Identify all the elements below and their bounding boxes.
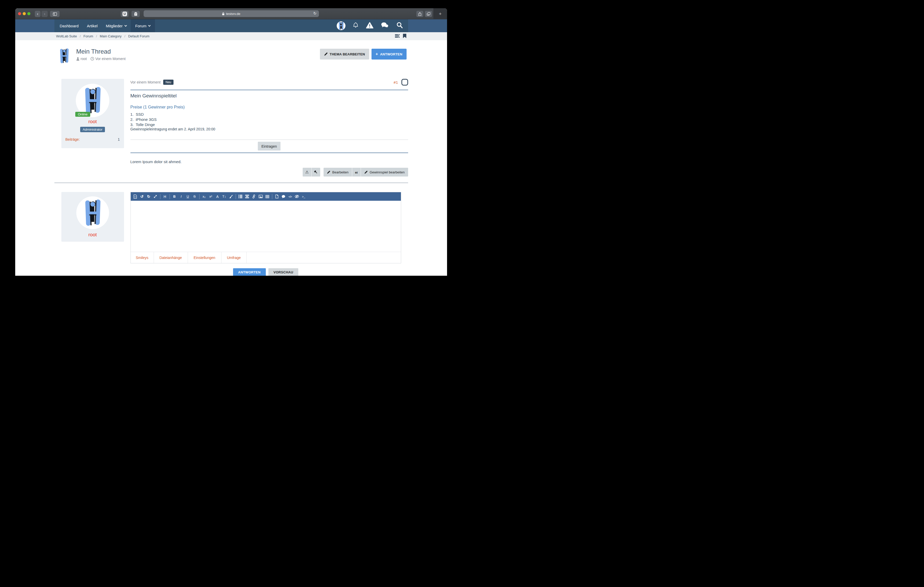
nav-item-mitglieder[interactable]: Mitglieder (102, 19, 131, 32)
avatar-logo-icon (81, 86, 104, 115)
image-button[interactable] (257, 193, 264, 200)
tab-einstellungen[interactable]: Einstellungen (188, 252, 221, 263)
extension-ublock-button[interactable]: U (120, 11, 129, 17)
warning-icon: ⚠ (305, 170, 309, 174)
editor-text-area[interactable] (131, 201, 401, 252)
moderation-button[interactable] (366, 22, 374, 30)
redo-button[interactable]: ↻ (145, 193, 152, 200)
post-number[interactable]: #1 (394, 80, 398, 84)
reply-author-avatar[interactable] (76, 196, 109, 229)
thread-author[interactable]: root (81, 57, 87, 61)
superscript-button[interactable]: x² (208, 193, 214, 200)
reload-icon[interactable]: ↻ (313, 11, 317, 16)
font-size-button[interactable]: T↕ (221, 193, 228, 200)
edit-thread-button[interactable]: THEMA BEARBEITEN (320, 49, 369, 59)
minimize-window-button[interactable] (23, 12, 26, 15)
fullscreen-button[interactable] (152, 193, 159, 200)
format-brush-button[interactable] (228, 193, 234, 200)
bookmark-button[interactable] (403, 34, 406, 39)
heading-button[interactable]: H (162, 193, 168, 200)
breadcrumb-item-category[interactable]: Main Category (100, 34, 122, 38)
quote-post-button[interactable]: “ (352, 168, 361, 176)
breadcrumb-item-forum[interactable]: Forum (84, 34, 93, 38)
raffle-deadline: Gewinnspieleintragung endet am 2. April … (130, 127, 408, 131)
address-bar[interactable]: testsrv.de ↻ (144, 10, 319, 17)
source-code-button[interactable] (132, 193, 139, 200)
post-time[interactable]: Vor einem Moment (130, 80, 161, 84)
post-author-name[interactable]: root (61, 119, 124, 125)
tab-smileys[interactable]: Smileys (131, 252, 154, 263)
page-button[interactable] (274, 193, 280, 200)
font-color-button[interactable]: A (214, 193, 221, 200)
back-button[interactable]: ‹ (35, 11, 40, 17)
alignment-button[interactable] (244, 193, 251, 200)
report-post-button[interactable]: ⚠ (303, 168, 312, 176)
post: Online root Administrator Beiträge: 1 Vo… (54, 79, 408, 176)
rank-badge: Administrator (80, 127, 105, 132)
thread-list-button[interactable] (395, 34, 399, 38)
prize-number: 3. (130, 122, 136, 127)
quote-icon: “ (355, 170, 358, 175)
breadcrumb-separator: / (125, 34, 125, 38)
forward-button[interactable]: › (41, 11, 48, 17)
new-tab-button[interactable]: + (433, 8, 447, 19)
bold-button[interactable]: B (171, 193, 178, 200)
chevron-down-icon (148, 24, 151, 26)
nav-item-artikel[interactable]: Artikel (83, 19, 102, 32)
quote-block-button[interactable] (280, 193, 287, 200)
preview-reply-button[interactable]: VORSCHAU (268, 268, 299, 276)
raffle-enter-button[interactable]: Eintragen (258, 142, 280, 150)
post-select-checkbox[interactable] (401, 79, 408, 86)
italic-button[interactable]: I (178, 193, 185, 200)
thread-header: Mein Thread root (54, 48, 408, 64)
brush-icon (229, 195, 233, 199)
reply-author-name[interactable]: root (61, 232, 124, 238)
zoom-window-button[interactable] (27, 12, 30, 15)
thread-avatar[interactable] (56, 48, 73, 64)
nav-item-dashboard[interactable]: Dashboard (56, 19, 83, 32)
list-button[interactable] (237, 193, 244, 200)
spoiler-button[interactable] (294, 193, 300, 200)
user-icon (76, 57, 79, 61)
expand-icon (153, 195, 157, 198)
extension-ghostery-button[interactable] (132, 11, 140, 17)
breadcrumb-item-default-forum[interactable]: Default Forum (128, 34, 149, 38)
posts-count-value: 1 (118, 137, 120, 141)
page-title: Mein Thread (76, 48, 126, 55)
notifications-button[interactable] (353, 22, 359, 30)
sidebar-toggle-button[interactable] (50, 11, 59, 17)
reply-author-box: root (61, 192, 124, 242)
strikethrough-button[interactable]: S (191, 193, 198, 200)
reply-thread-button[interactable]: + ANTWORTEN (371, 49, 407, 59)
tab-dateianhaenge[interactable]: Dateianhänge (154, 252, 188, 263)
inline-code-button[interactable]: </> (287, 193, 294, 200)
editor-toolbar: ↺ ↻ H B I U (131, 192, 401, 201)
new-badge: Neu (163, 80, 173, 85)
table-button[interactable] (264, 193, 271, 200)
conversations-button[interactable] (381, 22, 389, 30)
nav-item-forum[interactable]: Forum (131, 19, 155, 32)
moderate-post-button[interactable] (312, 168, 320, 176)
underline-button[interactable]: U (185, 193, 191, 200)
tab-umfrage[interactable]: Umfrage (221, 252, 247, 263)
table-icon (266, 195, 269, 198)
close-window-button[interactable] (18, 12, 21, 15)
tab-overview-button[interactable] (425, 11, 432, 17)
code-block-button[interactable]: >_ (300, 193, 307, 200)
link-icon (252, 194, 256, 199)
prize-list: 1. SSD 2. iPhone 3GS 3. Tolle Dinge (130, 112, 408, 127)
edit-post-button[interactable]: Bearbeiten (323, 168, 352, 176)
share-button[interactable] (416, 11, 423, 17)
submit-reply-button[interactable]: ANTWORTEN (233, 268, 266, 276)
prize-item: 1. SSD (130, 112, 408, 117)
user-menu-avatar[interactable] (337, 21, 345, 30)
undo-button[interactable]: ↺ (139, 193, 145, 200)
subscript-button[interactable]: x₂ (201, 193, 208, 200)
edit-raffle-button[interactable]: Gewinnspiel bearbeiten (361, 168, 408, 176)
breadcrumb-separator: / (80, 34, 81, 38)
button-label: Gewinnspiel bearbeiten (370, 170, 405, 174)
search-button[interactable] (396, 22, 403, 30)
link-button[interactable] (251, 193, 257, 200)
raffle-bottom-border (130, 153, 408, 153)
breadcrumb-item-woltlab[interactable]: WoltLab Suite (56, 34, 77, 38)
